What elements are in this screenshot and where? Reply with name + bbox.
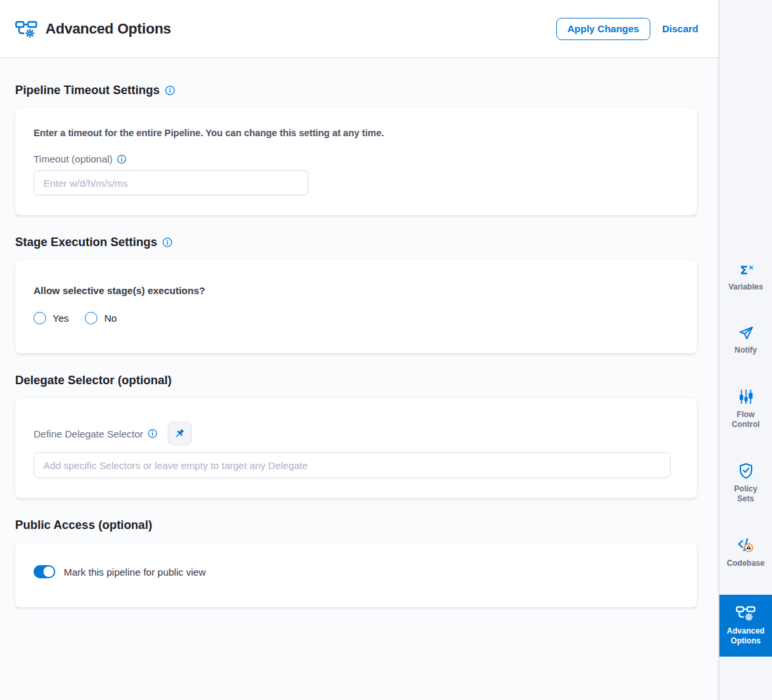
pipeline-gear-icon bbox=[736, 605, 756, 622]
timeout-heading-text: Pipeline Timeout Settings bbox=[15, 84, 160, 97]
stage-execution-card: Allow selective stage(s) executions? Yes… bbox=[15, 260, 697, 353]
info-icon[interactable] bbox=[117, 155, 126, 164]
pushpin-icon bbox=[173, 427, 186, 440]
public-view-toggle-label: Mark this pipeline for public view bbox=[64, 566, 206, 578]
public-view-toggle-row: Mark this pipeline for public view bbox=[34, 562, 679, 588]
delegate-field-label: Define Delegate Selector bbox=[34, 428, 157, 439]
public-access-section-heading: Public Access (optional) bbox=[15, 518, 697, 532]
sigma-x-icon: Σ × bbox=[737, 262, 755, 278]
paper-plane-icon bbox=[738, 325, 754, 341]
toggle-knob bbox=[43, 566, 54, 577]
pin-button[interactable] bbox=[168, 422, 192, 445]
delegate-section-heading: Delegate Selector (optional) bbox=[15, 374, 697, 388]
code-warning-icon bbox=[736, 537, 755, 554]
selective-stage-question: Allow selective stage(s) executions? bbox=[34, 285, 679, 296]
delegate-heading-text: Delegate Selector (optional) bbox=[15, 374, 172, 388]
radio-circle[interactable] bbox=[85, 312, 97, 324]
info-icon[interactable] bbox=[148, 429, 157, 438]
public-access-heading-text: Public Access (optional) bbox=[15, 518, 152, 532]
pipeline-tools-sidebar: Σ × Variables Notify Flow Control bbox=[718, 0, 772, 700]
timeout-description: Enter a timeout for the entire Pipeline.… bbox=[34, 128, 679, 138]
delegate-card: Define Delegate Selector bbox=[15, 398, 697, 498]
info-icon[interactable] bbox=[162, 238, 172, 247]
sidebar-item-variables[interactable]: Σ × Variables bbox=[719, 255, 772, 299]
shield-check-icon bbox=[738, 463, 754, 480]
sidebar-item-codebase[interactable]: Codebase bbox=[719, 530, 772, 575]
svg-text:×: × bbox=[748, 264, 754, 271]
info-icon[interactable] bbox=[165, 86, 175, 95]
page-title: Advanced Options bbox=[45, 20, 171, 38]
discard-link[interactable]: Discard bbox=[662, 23, 698, 34]
sidebar-item-policy-sets[interactable]: Policy Sets bbox=[719, 456, 772, 511]
sidebar-item-flow-control[interactable]: Flow Control bbox=[719, 382, 772, 436]
public-view-toggle[interactable] bbox=[34, 565, 55, 578]
svg-text:Σ: Σ bbox=[740, 263, 748, 277]
stage-execution-heading-text: Stage Execution Settings bbox=[15, 236, 157, 249]
advanced-options-content: Pipeline Timeout Settings Enter a timeou… bbox=[0, 58, 718, 700]
panel-header: Advanced Options Apply Changes Discard bbox=[0, 0, 718, 58]
main-panel: Advanced Options Apply Changes Discard P… bbox=[0, 0, 718, 700]
sliders-icon bbox=[738, 388, 754, 405]
sidebar-item-notify[interactable]: Notify bbox=[719, 318, 772, 362]
delegate-selector-input[interactable] bbox=[34, 452, 671, 478]
stage-execution-section-heading: Stage Execution Settings bbox=[15, 236, 697, 249]
selective-stage-radio-group: Yes No bbox=[34, 312, 679, 334]
timeout-section-heading: Pipeline Timeout Settings bbox=[15, 84, 697, 97]
radio-yes[interactable]: Yes bbox=[34, 312, 68, 324]
apply-changes-button[interactable]: Apply Changes bbox=[556, 18, 650, 40]
radio-no[interactable]: No bbox=[85, 312, 116, 324]
pipeline-gear-icon bbox=[15, 19, 37, 39]
timeout-card: Enter a timeout for the entire Pipeline.… bbox=[15, 108, 697, 215]
delegate-label-row: Define Delegate Selector bbox=[34, 422, 679, 445]
radio-circle[interactable] bbox=[34, 312, 46, 324]
timeout-field-label: Timeout (optional) bbox=[34, 153, 679, 164]
public-access-card: Mark this pipeline for public view bbox=[15, 543, 697, 607]
sidebar-item-advanced-options[interactable]: Advanced Options bbox=[719, 595, 772, 657]
header-actions: Apply Changes Discard bbox=[556, 18, 698, 40]
timeout-input[interactable] bbox=[34, 170, 308, 195]
